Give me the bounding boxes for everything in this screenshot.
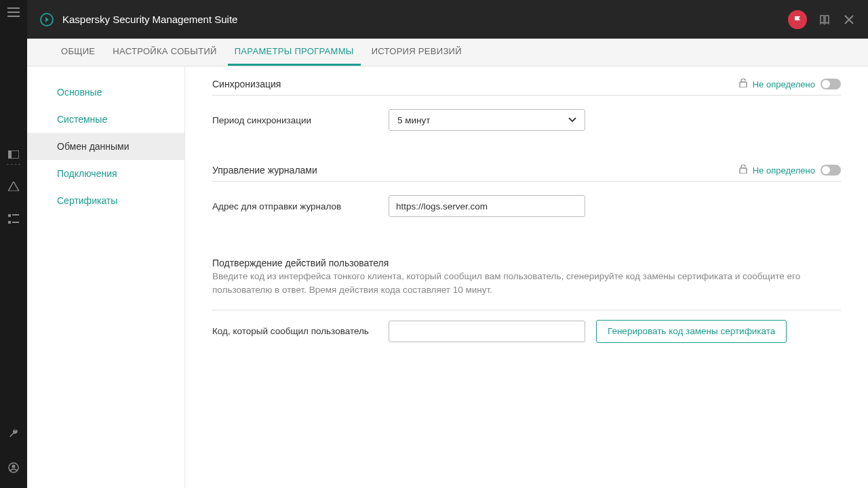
app-logo-icon xyxy=(39,12,54,27)
svg-rect-5 xyxy=(12,222,19,223)
select-sync-period-value: 5 минут xyxy=(397,115,430,125)
tab-revisions[interactable]: ИСТОРИЯ РЕВИЗИЙ xyxy=(365,39,469,66)
sidebar-item-main[interactable]: Основные xyxy=(27,79,184,106)
section-title-logs: Управление журналами xyxy=(212,165,317,176)
rail-wrench-icon[interactable] xyxy=(7,427,20,441)
svg-rect-1 xyxy=(8,150,12,159)
settings-sidebar: Основные Системные Обмен данными Подключ… xyxy=(27,66,185,488)
lock-state-sync[interactable]: Не определено xyxy=(753,79,815,89)
rail-warning-icon[interactable] xyxy=(7,180,20,193)
svg-rect-4 xyxy=(8,221,11,224)
svg-rect-2 xyxy=(8,214,11,217)
sidebar-item-certs[interactable]: Сертификаты xyxy=(27,187,184,214)
svg-rect-10 xyxy=(740,168,747,174)
notifications-flag-button[interactable] xyxy=(788,10,807,29)
left-rail xyxy=(0,0,27,488)
svg-point-7 xyxy=(12,465,16,468)
tab-events[interactable]: НАСТРОЙКА СОБЫТИЙ xyxy=(106,39,223,66)
section-title-confirm: Подтверждение действий пользователя xyxy=(212,258,389,268)
input-log-address[interactable] xyxy=(389,195,585,217)
select-sync-period[interactable]: 5 минут xyxy=(389,109,585,131)
svg-rect-9 xyxy=(740,82,747,87)
sidebar-item-data-exchange[interactable]: Обмен данными xyxy=(27,133,184,160)
section-title-sync: Синхронизация xyxy=(212,79,281,89)
input-user-code[interactable] xyxy=(389,321,585,342)
lock-icon xyxy=(739,165,747,176)
tab-program-params[interactable]: ПАРАМЕТРЫ ПРОГРАММЫ xyxy=(228,39,361,66)
svg-rect-3 xyxy=(12,214,19,216)
confirm-description: Введите код из интерфейса тонкого клиент… xyxy=(212,270,841,310)
sidebar-item-connections[interactable]: Подключения xyxy=(27,160,184,187)
rail-panel-icon[interactable] xyxy=(7,148,20,161)
app-title: Kaspersky Security Management Suite xyxy=(62,14,788,25)
label-sync-period: Период синхронизации xyxy=(212,115,389,125)
rail-tree-icon[interactable] xyxy=(7,212,20,226)
tabs-bar: ОБЩИЕ НАСТРОЙКА СОБЫТИЙ ПАРАМЕТРЫ ПРОГРА… xyxy=(27,39,868,66)
label-log-address: Адрес для отправки журналов xyxy=(212,201,389,211)
tab-general[interactable]: ОБЩИЕ xyxy=(54,39,102,66)
lock-icon xyxy=(739,79,747,89)
close-icon[interactable] xyxy=(842,13,856,26)
app-header: Kaspersky Security Management Suite xyxy=(27,0,868,39)
toggle-logs-lock[interactable] xyxy=(821,165,841,176)
rail-user-icon[interactable] xyxy=(7,461,20,474)
chevron-down-icon xyxy=(568,115,576,125)
bookmark-icon[interactable] xyxy=(818,13,831,26)
toggle-sync-lock[interactable] xyxy=(821,79,841,89)
label-user-code: Код, который сообщил пользователь xyxy=(212,326,389,336)
settings-panel: Синхронизация Не определено Период синхр… xyxy=(185,66,868,488)
lock-state-logs[interactable]: Не определено xyxy=(753,165,815,176)
sidebar-item-system[interactable]: Системные xyxy=(27,106,184,133)
hamburger-icon[interactable] xyxy=(7,5,20,19)
generate-cert-code-button[interactable]: Генерировать код замены сертификата xyxy=(596,320,787,343)
